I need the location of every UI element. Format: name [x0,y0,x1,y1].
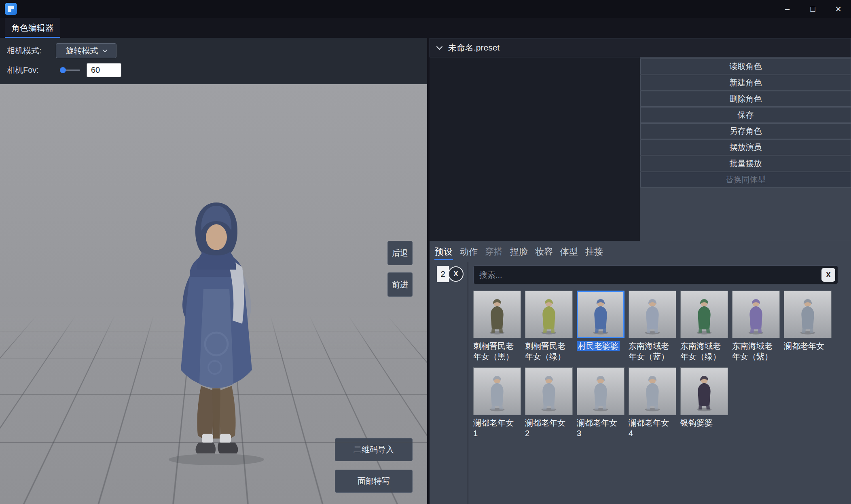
preset-item[interactable]: 澜都老年女4 [629,367,676,439]
character-thumb-icon [688,294,720,336]
maximize-icon: □ [810,4,815,14]
tab-bodytype[interactable]: 体型 [557,241,582,262]
save-as-character-button[interactable]: 另存角色 [640,123,851,139]
preset-item[interactable]: 东南海域老年女（绿） [680,291,728,362]
character-thumb-icon [481,371,513,413]
character-thumb-icon [481,294,513,336]
viewport-panel: 相机模式: 旋转模式 相机Fov: [0,38,427,504]
library-tabs: 预设 动作 穿搭 捏脸 妆容 体型 挂接 [430,241,851,262]
tab-character-editor[interactable]: 角色编辑器 [5,18,60,38]
camera-mode-row: 相机模式: 旋转模式 [0,41,427,60]
forward-button[interactable]: 前进 [387,272,413,297]
tab-makeup[interactable]: 妆容 [531,241,557,262]
preset-item-label: 澜都老年女2 [525,418,569,439]
preset-item-label: 刺桐晋民老年女（黑） [473,341,517,362]
preset-item[interactable]: 刺桐晋民老年女（绿） [525,291,573,362]
preset-name: 未命名.preset [448,42,500,53]
filter-chip: 2 X [437,266,468,282]
preset-item-label: 澜都老年女1 [473,418,517,439]
preset-item[interactable]: 东南海域老年女（蓝） [629,291,676,362]
camera-mode-value: 旋转模式 [66,45,98,56]
preset-item-label: 村民老婆婆 [577,341,620,351]
library-main: X 刺桐晋民老年女（黑） [468,262,851,504]
character-preview [156,200,277,467]
fov-slider-track [64,70,80,71]
preset-thumbnail [473,291,521,338]
close-button[interactable]: × [826,0,851,18]
character-thumb-icon [688,371,720,413]
search-bar: X [473,266,838,284]
character-thumb-icon [792,294,824,336]
face-closeup-button[interactable]: 面部特写 [335,470,413,493]
replace-same-bodytype-button: 替换同体型 [640,172,851,188]
tab-face-sculpt[interactable]: 捏脸 [506,241,531,262]
main-area: 相机模式: 旋转模式 相机Fov: [0,38,851,504]
preset-thumbnail [680,291,728,338]
preset-item[interactable]: 澜都老年女2 [525,367,573,439]
preset-thumbnail [629,291,676,338]
preset-thumbnail [473,367,521,415]
maximize-button[interactable]: □ [800,0,826,18]
camera-toolbar: 相机模式: 旋转模式 相机Fov: [0,38,427,84]
preset-item-label: 刺桐晋民老年女（绿） [525,341,569,362]
preset-item[interactable]: 澜都老年女1 [473,367,521,439]
preset-thumbnail [732,291,780,338]
action-button-column: 读取角色 新建角色 删除角色 保存 另存角色 摆放演员 批量摆放 替换同体型 [640,57,851,241]
tab-actions[interactable]: 动作 [456,241,481,262]
tab-attachments[interactable]: 挂接 [582,241,607,262]
character-thumb-icon [636,294,669,336]
load-character-button[interactable]: 读取角色 [640,59,851,74]
preset-item-label: 东南海域老年女（紫） [732,341,776,362]
preset-thumbnail [577,367,624,415]
preset-item-label: 澜都老年女 [784,341,828,351]
preset-item-label: 银钩婆婆 [680,418,724,428]
chevron-down-icon [436,43,443,50]
filter-close-button[interactable]: X [448,266,464,282]
place-actor-button[interactable]: 摆放演员 [640,139,851,155]
new-character-button[interactable]: 新建角色 [640,75,851,91]
app-window: – □ × 角色编辑器 相机模式: 旋转模式 相机Fov: [0,0,851,504]
preset-item[interactable]: 澜都老年女3 [577,367,624,439]
preset-thumbnail [784,291,832,338]
app-icon [5,3,17,15]
character-thumb-icon [533,371,565,413]
fov-slider-handle[interactable] [60,67,66,73]
chevron-down-icon [102,47,108,53]
preset-item-label: 澜都老年女4 [629,418,672,439]
tab-presets[interactable]: 预设 [431,241,456,262]
window-controls: – □ × [775,0,851,18]
close-icon: × [835,3,841,15]
preset-grid: 刺桐晋民老年女（黑） 刺桐晋民老年女（绿） [473,291,838,439]
back-button[interactable]: 后退 [387,241,413,265]
preset-item[interactable]: 银钩婆婆 [680,367,728,439]
delete-character-button[interactable]: 删除角色 [640,91,851,107]
camera-fov-row: 相机Fov: [0,60,427,80]
library-panel: 预设 动作 穿搭 捏脸 妆容 体型 挂接 2 X [430,241,851,504]
preset-item[interactable]: 东南海域老年女（紫） [732,291,780,362]
qr-import-button[interactable]: 二维码导入 [335,438,413,461]
preset-item[interactable]: 澜都老年女 [784,291,832,362]
camera-mode-select[interactable]: 旋转模式 [56,43,116,58]
preset-item-selected[interactable]: 村民老婆婆 [577,291,624,362]
filter-chip-column: 2 X [430,262,468,504]
fov-slider[interactable] [60,67,80,73]
titlebar: – □ × [0,0,851,18]
character-thumb-icon [533,294,565,336]
preset-thumbnail [577,291,624,338]
filter-count: 2 [437,266,449,282]
preset-thumbnail [525,367,573,415]
search-clear-button[interactable]: X [821,268,835,282]
preset-item-label: 东南海域老年女（蓝） [629,341,672,362]
save-button[interactable]: 保存 [640,107,851,123]
search-input[interactable] [475,270,821,280]
preset-header[interactable]: 未命名.preset [430,38,851,57]
minimize-icon: – [785,4,790,14]
minimize-button[interactable]: – [775,0,800,18]
tab-outfits: 穿搭 [481,241,506,262]
batch-place-button[interactable]: 批量摆放 [640,156,851,171]
fov-input[interactable] [87,63,121,77]
preset-item-label: 东南海域老年女（绿） [680,341,724,362]
character-thumb-icon [584,371,617,413]
preset-body: 读取角色 新建角色 删除角色 保存 另存角色 摆放演员 批量摆放 替换同体型 [430,57,851,241]
preset-item[interactable]: 刺桐晋民老年女（黑） [473,291,521,362]
